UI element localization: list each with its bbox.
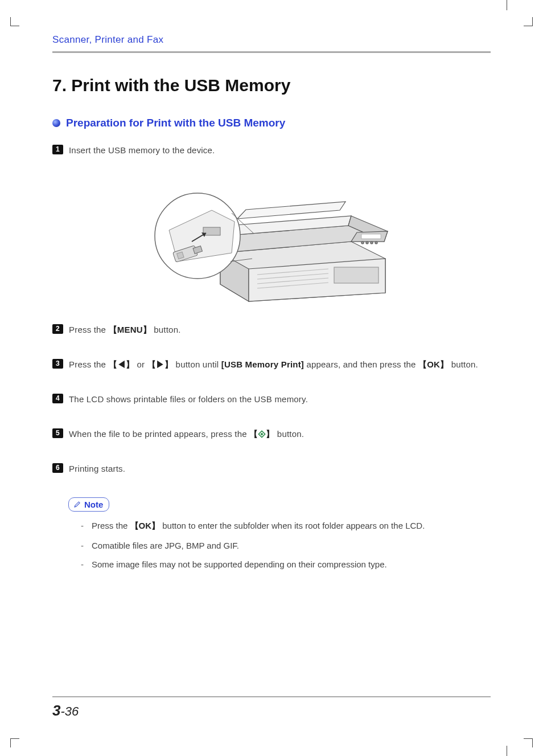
step-number-badge: 6 (52, 463, 63, 473)
crop-mark (507, 746, 507, 756)
text: appears, and then press the (304, 359, 418, 369)
step-6: 6 Printing starts. (52, 463, 491, 475)
step-number-badge: 1 (52, 145, 63, 154)
menu-button-label: 【MENU】 (109, 325, 151, 334)
step-5: 5 When the file to be printed appears, p… (52, 428, 491, 440)
pencil-icon (73, 501, 81, 508)
text: button. (449, 359, 478, 369)
subsection-heading: Preparation for Print with the USB Memor… (52, 117, 491, 129)
crop-mark (532, 738, 533, 747)
step-number-badge: 5 (52, 428, 63, 438)
dash-icon: - (81, 559, 84, 569)
step-1: 1 Insert the USB memory to the device. (52, 144, 491, 156)
text: button until (173, 359, 221, 369)
text: button to enter the subfolder when its r… (160, 521, 425, 530)
text: Press the (92, 521, 130, 530)
chapter-number: 3 (52, 702, 60, 719)
svg-rect-9 (334, 267, 379, 283)
text: button. (275, 429, 305, 439)
note-block: Note - Press the 【OK】 button to enter th… (68, 497, 491, 569)
page-num: 36 (65, 704, 79, 718)
running-header: Scanner, Printer and Fax (52, 34, 491, 46)
svg-rect-13 (203, 227, 220, 235)
note-item: - Some image files may not be supported … (68, 559, 491, 569)
svg-point-8 (375, 242, 377, 244)
note-text: Some image files may not be supported de… (92, 559, 387, 569)
text: When the file to be printed appears, pre… (69, 429, 249, 439)
dash-icon: - (81, 541, 84, 550)
subsection-title-text: Preparation for Print with the USB Memor… (66, 117, 285, 129)
right-arrow-button-label: 【▶】 (147, 359, 174, 369)
crop-mark (507, 0, 507, 10)
note-text: Press the 【OK】 button to enter the subfo… (92, 521, 425, 532)
note-label: Note (84, 500, 103, 509)
step-text: Press the 【◀】 or 【▶】 button until [USB M… (69, 358, 478, 370)
start-diamond-icon (258, 430, 266, 438)
manual-page: { "header": "Scanner, Printer and Fax", … (0, 0, 543, 756)
footer-rule (52, 696, 491, 697)
sphere-bullet-icon (52, 119, 60, 127)
text: button. (151, 325, 181, 334)
svg-rect-18 (261, 432, 264, 435)
ok-button-label: 【OK】 (130, 521, 161, 530)
usb-memory-print-label: [USB Memory Print] (221, 359, 304, 369)
svg-rect-4 (361, 234, 381, 239)
step-3: 3 Press the 【◀】 or 【▶】 button until [USB… (52, 358, 491, 370)
step-text: Printing starts. (69, 463, 125, 475)
note-item: - Comatible files are JPG, BMP and GIF. (68, 541, 491, 550)
step-text: Press the 【MENU】 button. (69, 324, 181, 336)
step-text: When the file to be printed appears, pre… (69, 428, 304, 440)
bracket-open: 【 (249, 429, 258, 439)
printer-usb-figure (52, 173, 491, 304)
left-arrow-button-label: 【◀】 (109, 359, 135, 369)
note-item: - Press the 【OK】 button to enter the sub… (68, 521, 491, 532)
bracket-close: 】 (266, 429, 274, 439)
header-rule (52, 51, 491, 53)
page-number: 3-36 (52, 704, 79, 718)
step-text: Insert the USB memory to the device. (69, 144, 215, 156)
printer-illustration (146, 173, 397, 304)
step-number-badge: 3 (52, 359, 63, 369)
svg-point-6 (366, 242, 368, 244)
dash-icon: - (81, 521, 84, 532)
section-title: 7. Print with the USB Memory (52, 76, 491, 95)
svg-point-5 (361, 242, 364, 244)
svg-point-7 (371, 242, 373, 244)
step-2: 2 Press the 【MENU】 button. (52, 324, 491, 336)
note-text: Comatible files are JPG, BMP and GIF. (92, 541, 239, 550)
page-sep: - (60, 704, 64, 718)
step-number-badge: 2 (52, 324, 63, 334)
crop-mark (10, 738, 11, 747)
text: or (134, 359, 147, 369)
page-footer: 3-36 (52, 696, 491, 720)
text: Press the (69, 359, 109, 369)
step-4: 4 The LCD shows printable files or folde… (52, 393, 491, 405)
step-text: The LCD shows printable files or folders… (69, 393, 308, 405)
ok-button-label: 【OK】 (418, 359, 449, 369)
step-number-badge: 4 (52, 394, 63, 403)
crop-mark (532, 17, 533, 26)
crop-mark (10, 17, 11, 26)
text: Press the (69, 325, 109, 334)
note-badge: Note (68, 497, 109, 512)
